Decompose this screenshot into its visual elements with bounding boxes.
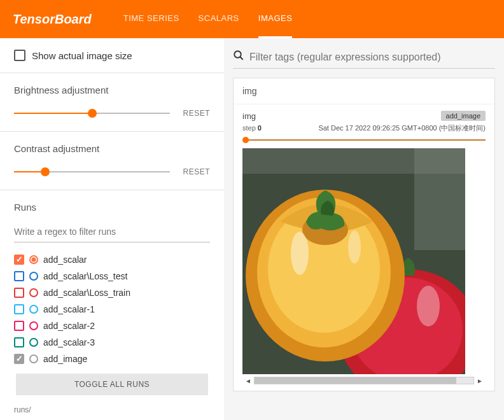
contrast-slider[interactable]: [14, 165, 170, 178]
contrast-label: Contrast adjustment: [14, 143, 210, 154]
run-item: add_scalar-3: [14, 334, 210, 351]
show-actual-size-label: Show actual image size: [32, 50, 132, 61]
tag-filter-input[interactable]: [249, 52, 495, 63]
tab-images[interactable]: IMAGES: [258, 0, 293, 38]
run-checkbox[interactable]: [14, 337, 24, 347]
scroll-left-icon[interactable]: ◄: [242, 377, 254, 384]
filter-runs-input[interactable]: [14, 224, 210, 242]
run-checkbox[interactable]: [14, 288, 24, 298]
run-radio[interactable]: [29, 288, 38, 297]
step-slider[interactable]: [242, 136, 486, 144]
runs-list: add_scalaradd_scalar\Loss_testadd_scalar…: [14, 251, 210, 367]
card-header[interactable]: img: [234, 78, 494, 104]
run-item: add_scalar\Loss_test: [14, 268, 210, 284]
brightness-label: Brightness adjustment: [14, 85, 210, 95]
run-item: add_scalar\Loss_train: [14, 284, 210, 301]
step-label: step 0: [242, 124, 262, 132]
run-radio[interactable]: [29, 321, 38, 330]
tag-filter-bar: [233, 47, 495, 69]
run-radio[interactable]: [29, 338, 38, 347]
run-item: add_scalar-2: [14, 318, 210, 334]
contrast-reset-button[interactable]: RESET: [183, 167, 210, 176]
runs-footer: runs/: [0, 405, 224, 420]
run-label: add_scalar\Loss_train: [43, 288, 130, 298]
tab-time-series[interactable]: TIME SERIES: [123, 0, 179, 38]
run-item: add_scalar-1: [14, 301, 210, 318]
run-label: add_scalar\Loss_test: [43, 271, 127, 281]
run-item: add_scalar: [14, 251, 210, 268]
image-title: img: [242, 111, 256, 121]
image-scrollbar[interactable]: ◄ ►: [242, 377, 486, 384]
run-label: add_scalar: [43, 255, 87, 265]
run-checkbox[interactable]: [14, 271, 24, 281]
run-checkbox[interactable]: [14, 255, 24, 265]
svg-point-11: [348, 230, 361, 263]
sidebar: Show actual image size Brightness adjust…: [0, 38, 224, 420]
image-timestamp: Sat Dec 17 2022 09:26:25 GMT+0800 (中国标准时…: [318, 123, 486, 133]
main-content: img img add_image step 0 Sat Dec 17 2022…: [224, 38, 504, 420]
tab-scalars[interactable]: SCALARS: [199, 0, 239, 38]
run-item: add_image: [14, 351, 210, 367]
app-logo: TensorBoard: [13, 12, 92, 27]
image-preview[interactable]: [242, 148, 465, 374]
run-radio[interactable]: [29, 354, 38, 363]
show-actual-size-checkbox[interactable]: [14, 50, 25, 61]
svg-rect-13: [414, 148, 465, 250]
run-radio[interactable]: [29, 255, 38, 264]
image-card: img img add_image step 0 Sat Dec 17 2022…: [233, 78, 495, 391]
run-checkbox[interactable]: [14, 304, 24, 314]
nav-tabs: TIME SERIES SCALARS IMAGES: [123, 0, 293, 38]
brightness-slider[interactable]: [14, 107, 170, 120]
toggle-all-runs-button[interactable]: TOGGLE ALL RUNS: [16, 374, 208, 395]
run-label: add_scalar-3: [43, 337, 95, 347]
svg-point-0: [234, 51, 241, 58]
run-radio[interactable]: [29, 272, 38, 281]
scroll-right-icon[interactable]: ►: [474, 377, 486, 384]
runs-header: Runs: [14, 202, 210, 213]
run-radio[interactable]: [29, 305, 38, 314]
run-label: add_scalar-1: [43, 304, 95, 314]
svg-line-1: [240, 57, 243, 60]
svg-point-10: [291, 232, 309, 275]
brightness-reset-button[interactable]: RESET: [183, 109, 210, 118]
image-run-tag: add_image: [441, 111, 486, 121]
run-checkbox[interactable]: [14, 354, 24, 364]
app-header: TensorBoard TIME SERIES SCALARS IMAGES: [0, 0, 504, 38]
run-label: add_image: [43, 354, 87, 364]
run-label: add_scalar-2: [43, 321, 95, 331]
search-icon: [233, 50, 244, 64]
run-checkbox[interactable]: [14, 321, 24, 331]
svg-point-5: [417, 286, 440, 326]
